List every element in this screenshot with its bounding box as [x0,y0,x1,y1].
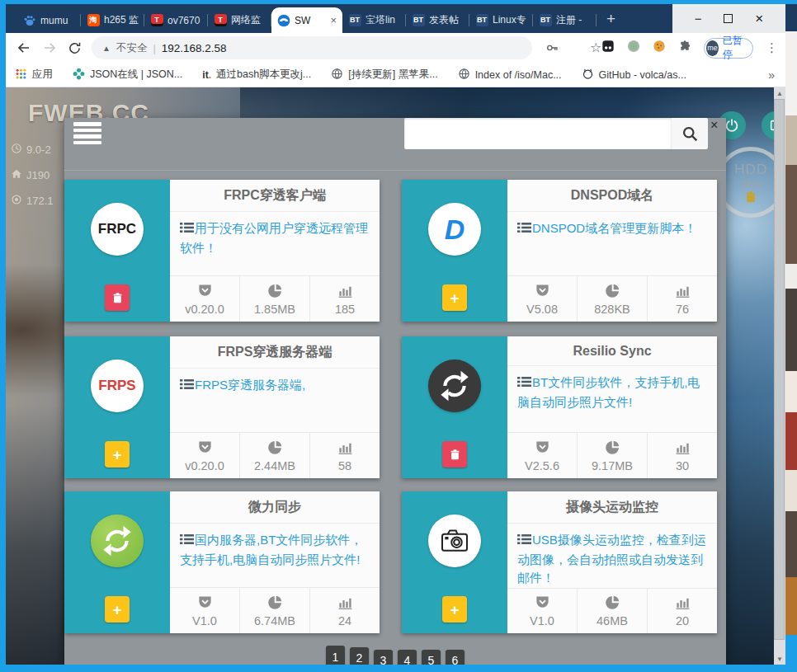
page-button-4[interactable]: 4 [398,650,417,665]
clock-icon [11,143,22,157]
tab-注册 -[interactable]: BT注册 - [533,7,597,33]
camera-icon[interactable] [428,515,481,567]
tab-发表帖[interactable]: BT发表帖 [406,7,469,33]
delete-app-button[interactable] [442,441,467,468]
app-version: v0.20.0 [170,276,239,322]
app-logo[interactable]: FRPS [91,359,144,412]
bookmark-通过bash脚本更改j...[interactable]: it.通过bash脚本更改j... [202,68,311,82]
extension-dark-icon[interactable] [601,40,615,56]
tab-mumu[interactable]: mumu [17,7,81,33]
app-card-main: 摄像头运动监控USB摄像头运动监控，检查到运动图像，会自动拍照或自动发送到邮件！… [507,491,717,633]
add-app-button[interactable]: + [105,596,130,623]
app-logo[interactable]: D [428,203,481,256]
bookmark-star-icon[interactable]: ☆ [590,41,601,54]
page-button-5[interactable]: 5 [422,650,441,665]
favicon-bt-icon: BT [539,14,552,27]
app-size: 6.74MB [239,588,309,633]
hdd-trash-icon[interactable] [744,192,757,206]
password-key-icon[interactable] [545,41,559,54]
forward-icon[interactable] [42,40,57,55]
new-tab-button[interactable]: + [606,11,615,26]
list-icon [180,532,194,551]
delete-app-button[interactable] [105,284,130,311]
description-text: FRPS穿透服务器端, [195,378,305,392]
description-text: USB摄像头运动监控，检查到运动图像，会自动拍照或自动发送到邮件！ [517,533,706,585]
page-scrollbar[interactable]: ▲ ▼ [774,87,785,665]
pie-icon [267,439,283,458]
extension-green-icon[interactable] [627,40,640,56]
add-app-button[interactable]: + [442,596,467,623]
app-card-stats: v0.20.02.44MB58 [170,432,380,478]
profile-status-badge: 已暂停 [723,34,745,62]
minimize-icon[interactable]: − [695,12,702,26]
page-button-2[interactable]: 2 [350,647,369,665]
bookmark-JSON在线 | JSON...[interactable]: JSON在线 | JSON... [73,68,182,82]
app-downloads-value: 58 [338,459,351,472]
app-card: FRPCFRPC穿透客户端用于没有公网用户穿透远程管理软件！v0.20.01.8… [64,180,380,322]
system-info-item: 9.0-2 [11,137,65,162]
download-icon [197,594,213,613]
app-card-title: 微力同步 [170,491,380,524]
page-button-6[interactable]: 6 [446,650,465,665]
tab-close-icon[interactable]: × [330,15,337,26]
list-icon [517,532,531,551]
back-icon[interactable] [17,40,31,55]
app-card-stats: V1.046MB20 [507,588,717,634]
app-logo[interactable]: FRPC [91,203,144,256]
target-icon [11,194,22,208]
tab-网络监[interactable]: T网络监 [208,7,271,33]
tab-Linux专[interactable]: BTLinux专 [469,7,533,33]
scroll-up-icon[interactable]: ▲ [774,87,785,99]
bookmark-Index of /iso/Mac...[interactable]: Index of /iso/Mac... [458,68,562,82]
tab-SW[interactable]: SW× [271,7,342,33]
scroll-down-icon[interactable]: ▼ [774,653,785,665]
add-app-button[interactable]: + [105,441,130,468]
close-panel-icon[interactable]: × [710,119,718,132]
tab-label: mumu [40,15,75,26]
tab-label: 宝塔lin [365,13,400,27]
bookmark-label: 通过bash脚本更改j... [216,68,311,82]
refresh-icon[interactable] [68,41,82,55]
hdd-label: HDD [719,162,782,178]
page-button-1[interactable]: 1 [326,646,345,665]
bookmark-label: [持续更新] 黑苹果... [348,68,437,82]
system-info-label: 172.1 [26,195,54,207]
tab-ov7670[interactable]: Tov7670 [144,7,208,33]
scrollbar-thumb[interactable] [774,99,785,640]
home-icon [11,168,22,182]
bookmark-应用[interactable]: 应用 [15,68,53,82]
tab-宝塔lin[interactable]: BT宝塔lin [342,7,406,33]
page-button-3[interactable]: 3 [374,650,393,665]
bookmarks-overflow-icon[interactable]: » [768,68,775,82]
extension-cookie-icon[interactable] [653,40,666,56]
app-version-value: V2.5.6 [525,459,559,472]
tab-label: 发表帖 [429,13,464,27]
security-warning-icon[interactable]: ▲ [102,44,111,53]
maximize-icon[interactable] [724,12,733,26]
search-input[interactable] [404,118,672,149]
bookmark-GitHub - volca/as...[interactable]: GitHub - volca/as... [582,68,686,82]
close-icon[interactable]: × [755,12,763,26]
list-icon [517,374,531,393]
app-size: 46MB [577,589,647,634]
browser-menu-icon[interactable]: ⋮ [766,40,778,55]
menu-hamburger-icon[interactable] [73,122,101,147]
bookmark-[持续更新] 黑苹果...[interactable]: [持续更新] 黑苹果... [331,68,437,82]
window-border-bottom [0,665,797,672]
address-bar[interactable]: ▲ 不安全 | 192.168.2.58 [92,36,532,59]
profile-chip[interactable]: me 已暂停 [704,38,753,59]
sync-icon[interactable] [91,515,144,567]
app-version: V1.0 [507,589,577,634]
search-button[interactable] [672,118,708,149]
extension-puzzle-icon[interactable] [678,40,691,56]
avatar: me [706,40,718,56]
bookmark-label: GitHub - volca/as... [599,69,686,81]
pie-icon [267,283,283,301]
window-border-top [0,0,797,4]
add-app-button[interactable]: + [442,284,467,311]
sync-icon[interactable] [428,359,481,412]
tab-label: h265 监 [104,13,139,27]
tab-label: 网络监 [231,13,266,27]
bookmark-apps-icon [15,68,27,82]
tab-h265 监[interactable]: 淘h265 监 [81,7,144,33]
